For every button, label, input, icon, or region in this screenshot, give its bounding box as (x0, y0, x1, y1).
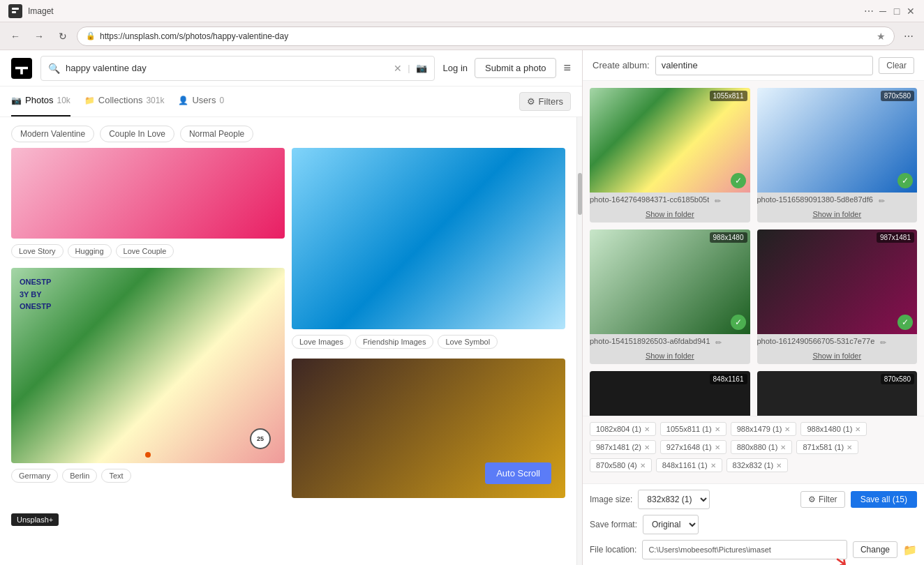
album-name-input[interactable] (655, 56, 874, 75)
photo-filename-4: photo-1612490566705-531c7e77e (757, 337, 875, 345)
right-photo-row-1: 1055x811 ✓ photo-1642764984371-cc6185b05… (590, 88, 917, 223)
file-location-input[interactable] (642, 540, 847, 559)
chip-close-3[interactable]: ✕ (855, 425, 860, 433)
tag-friendship-images[interactable]: Friendship Images (355, 335, 434, 349)
tag-love-images[interactable]: Love Images (292, 335, 351, 349)
clear-search-icon[interactable]: ✕ (394, 63, 402, 74)
save-all-button[interactable]: Save all (15) (851, 491, 917, 508)
forward-button[interactable]: → (29, 27, 49, 46)
chip-close-0[interactable]: ✕ (644, 425, 650, 433)
svg-rect-1 (12, 11, 16, 13)
right-photo-graffiti[interactable]: 1055x811 ✓ photo-1642764984371-cc6185b05… (590, 88, 750, 223)
content-scroll[interactable]: Modern Valentine Couple In Love Normal P… (0, 117, 582, 565)
refresh-button[interactable]: ↻ (53, 27, 73, 46)
size-chip-5[interactable]: 927x1648 (1)✕ (660, 440, 726, 454)
folder-icon[interactable]: 📁 (903, 543, 917, 557)
tag-hugging[interactable]: Hugging (68, 244, 112, 258)
scroll-indicator[interactable] (576, 117, 582, 565)
tag-love-symbol[interactable]: Love Symbol (438, 335, 498, 349)
chip-close-4[interactable]: ✕ (644, 444, 650, 451)
edit-icon-3[interactable]: ✏ (715, 338, 722, 347)
header-buttons: Log in Submit a photo ≡ (443, 58, 571, 78)
size-chip-3[interactable]: 988x1480 (1)✕ (800, 422, 867, 436)
edit-icon-4[interactable]: ✏ (880, 338, 886, 347)
right-photos-list[interactable]: 1055x811 ✓ photo-1642764984371-cc6185b05… (583, 81, 924, 416)
right-photo-dark2[interactable]: 870x580 (757, 371, 918, 416)
menu-icon[interactable]: ⋯ (864, 6, 874, 16)
tags-row: Modern Valentine Couple In Love Normal P… (0, 117, 576, 148)
create-album-label: Create album: (593, 60, 650, 70)
photo-card[interactable]: Love Story Hugging Love Couple (11, 148, 285, 261)
chip-close-6[interactable]: ✕ (780, 444, 786, 451)
photo-card-chocolate[interactable]: Auto Scroll (292, 359, 565, 498)
camera-search-icon[interactable]: 📷 (416, 63, 427, 73)
size-chip-1[interactable]: 1055x811 (1)✕ (660, 422, 726, 436)
app-logo (8, 4, 22, 18)
right-photo-hands[interactable]: 870x580 ✓ photo-1516589091380-5d8e87df6 … (757, 88, 918, 223)
size-chip-7[interactable]: 871x581 (1)✕ (796, 440, 858, 454)
show-folder-btn-4[interactable]: Show in folder (757, 350, 918, 364)
tag-love-story[interactable]: Love Story (11, 244, 64, 258)
chip-close-5[interactable]: ✕ (715, 444, 720, 451)
back-button[interactable]: ← (6, 27, 25, 46)
maximize-button[interactable]: □ (892, 6, 902, 16)
chip-close-7[interactable]: ✕ (847, 444, 852, 451)
filter-lines-icon: ⚙ (808, 495, 816, 504)
right-photo-neon[interactable]: 987x1481 ✓ photo-1612490566705-531c7e77e… (757, 229, 918, 364)
photo-filename-1: photo-1642764984371-cc6185b05t (590, 195, 709, 204)
size-chip-0[interactable]: 1082x804 (1)✕ (590, 422, 656, 436)
tag-text[interactable]: Text (101, 469, 131, 483)
tab-collections[interactable]: 📁 Collections 301k (84, 86, 165, 116)
edit-icon-2[interactable]: ✏ (879, 197, 885, 205)
search-input[interactable] (66, 63, 388, 73)
browser-menu[interactable]: ⋯ (899, 27, 918, 46)
show-folder-btn-1[interactable]: Show in folder (590, 209, 750, 223)
auto-scroll-button[interactable]: Auto Scroll (485, 462, 551, 484)
size-chip-9[interactable]: 848x1161 (1)✕ (656, 458, 722, 472)
tag-normal-people[interactable]: Normal People (180, 126, 253, 142)
filters-button[interactable]: ⚙ Filters (519, 92, 571, 111)
chip-close-10[interactable]: ✕ (776, 462, 782, 469)
size-chip-6[interactable]: 880x880 (1)✕ (731, 440, 793, 454)
submit-photo-button[interactable]: Submit a photo (475, 58, 556, 78)
size-chip-4[interactable]: 987x1481 (2)✕ (590, 440, 656, 454)
minimize-button[interactable]: ─ (878, 6, 888, 16)
save-format-select[interactable]: Original (643, 515, 699, 534)
change-location-button[interactable]: Change (853, 541, 897, 558)
filter-button[interactable]: ⚙ Filter (800, 491, 845, 508)
window-controls[interactable]: ⋯ ─ □ ✕ (864, 6, 916, 16)
chip-close-8[interactable]: ✕ (640, 462, 646, 469)
tag-germany[interactable]: Germany (11, 469, 58, 483)
search-bar[interactable]: 🔍 ✕ | 📷 (40, 56, 435, 81)
hamburger-icon[interactable]: ≡ (563, 61, 571, 75)
close-button[interactable]: ✕ (906, 6, 916, 16)
tag-couple-in-love[interactable]: Couple In Love (100, 126, 174, 142)
photo-card-hands[interactable]: Love Images Friendship Images Love Symbo… (292, 148, 565, 352)
chip-close-9[interactable]: ✕ (710, 462, 716, 469)
clear-album-button[interactable]: Clear (879, 57, 914, 74)
right-photo-couple[interactable]: 988x1480 ✓ photo-1541518926503-a6fdabd94… (590, 229, 750, 364)
image-size-select[interactable]: 832x832 (1) (638, 490, 710, 509)
browser-right-controls: ⋯ (899, 27, 918, 46)
photo-size-badge-2: 870x580 (881, 91, 914, 101)
tab-users[interactable]: 👤 Users 0 (178, 86, 224, 116)
size-chip-8[interactable]: 870x580 (4)✕ (590, 458, 652, 472)
address-bar[interactable]: 🔒 https://unsplash.com/s/photos/happy-va… (77, 27, 895, 46)
photo-info-2: photo-1516589091380-5d8e87df6 ✏ (757, 193, 918, 209)
tab-photos[interactable]: 📷 Photos 10k (11, 86, 70, 116)
chip-close-1[interactable]: ✕ (715, 425, 720, 433)
photo-columns: Love Story Hugging Love Couple ONESTP (0, 148, 576, 509)
show-folder-btn-3[interactable]: Show in folder (590, 350, 750, 364)
size-chip-2[interactable]: 988x1479 (1)✕ (731, 422, 797, 436)
show-folder-btn-2[interactable]: Show in folder (757, 209, 918, 223)
photo-card-graffiti[interactable]: ONESTP 3Y BY ONESTP 25 Germany (11, 268, 285, 485)
tag-berlin[interactable]: Berlin (62, 469, 97, 483)
size-chip-10[interactable]: 832x832 (1)✕ (726, 458, 789, 472)
chip-close-2[interactable]: ✕ (784, 425, 790, 433)
right-photo-dark1[interactable]: 848x1161 (590, 371, 750, 416)
tag-modern-valentine[interactable]: Modern Valentine (11, 126, 94, 142)
tag-love-couple[interactable]: Love Couple (116, 244, 174, 258)
edit-icon-1[interactable]: ✏ (715, 197, 721, 205)
login-button[interactable]: Log in (443, 63, 468, 73)
size-filters: 1082x804 (1)✕ 1055x811 (1)✕ 988x1479 (1)… (583, 416, 924, 483)
